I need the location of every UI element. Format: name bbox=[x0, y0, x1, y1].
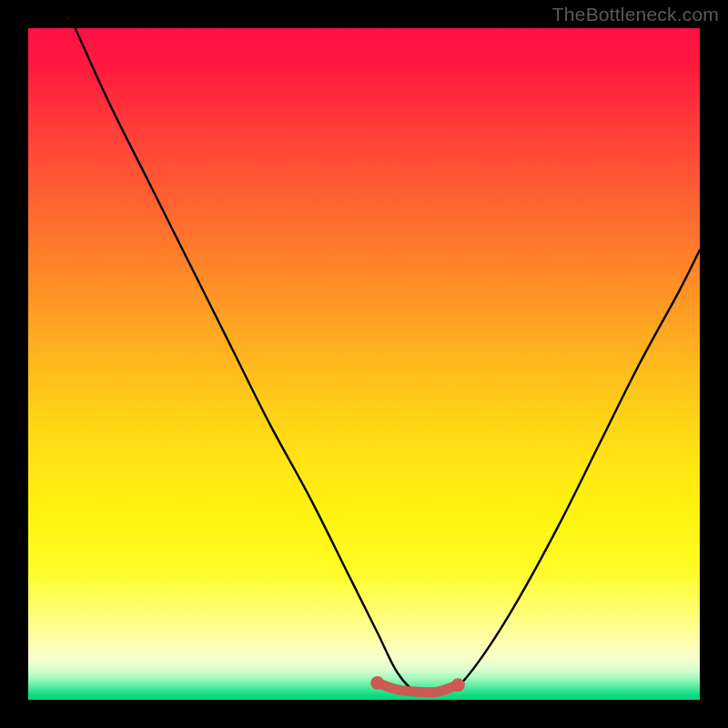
bottleneck-curve-path bbox=[76, 28, 700, 695]
plot-area bbox=[28, 28, 700, 700]
valley-end-dot bbox=[451, 678, 465, 692]
chart-frame: TheBottleneck.com bbox=[0, 0, 728, 728]
valley-end-dot bbox=[370, 676, 384, 690]
valley-highlight-path bbox=[378, 683, 459, 693]
watermark-text: TheBottleneck.com bbox=[552, 4, 719, 25]
curve-layer bbox=[28, 28, 700, 700]
